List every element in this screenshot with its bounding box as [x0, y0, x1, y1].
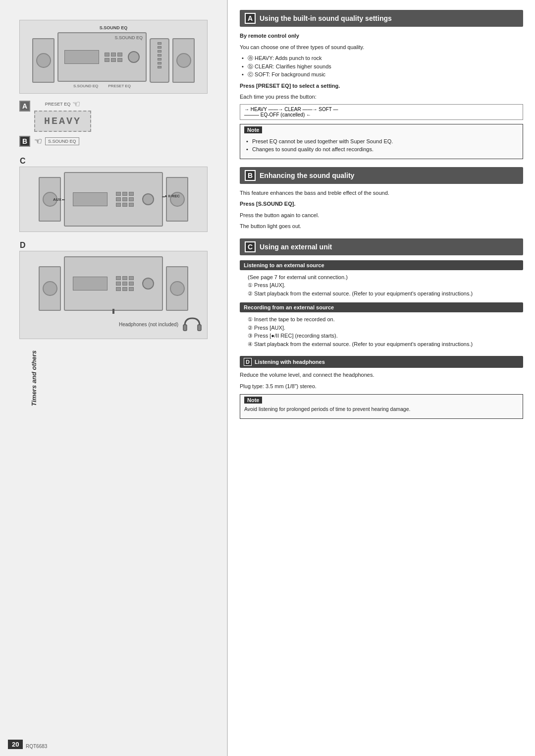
- section-c-diagram: AUX ● II REC: [19, 167, 208, 232]
- unit-screen-d: [73, 277, 107, 291]
- headphones-label: Headphones (not included): [119, 321, 178, 328]
- ssound-eq-label-diagram: S.SOUND EQ: [114, 35, 143, 40]
- section-b-title: Enhancing the sound quality: [260, 172, 354, 179]
- unit-c: AUX ● II REC: [64, 172, 163, 227]
- option-heavy: ⓐ HEAVY: Adds punch to rock: [240, 54, 523, 62]
- section-d-diagram: Headphones (not included): [19, 251, 208, 339]
- unit-btns-c: [116, 192, 134, 207]
- press-each-time: Each time you press the button:: [240, 93, 523, 101]
- listening-external-header: Listening to an external source: [240, 260, 523, 270]
- section-c-title: Using an external unit: [260, 243, 332, 251]
- recording-external-header: Recording from an external source: [240, 302, 523, 312]
- section-d-header: D Listening with headphones: [240, 356, 523, 368]
- speaker-c-right: [166, 177, 188, 222]
- headphones-intro-1: Reduce the volume level, and connect the…: [240, 371, 523, 379]
- ssound-eq-bottom: S.SOUND EQ: [73, 84, 98, 88]
- sound-options-list: ⓐ HEAVY: Adds punch to rock ⓑ CLEAR: Cla…: [240, 54, 523, 79]
- headphones-icon: [182, 316, 202, 334]
- step-start-playback: ② Start playback from the external sourc…: [240, 290, 523, 298]
- section-c-letter: C: [245, 241, 256, 252]
- eq-flow-backward: ——— EQ-OFF (cancelled) ←: [244, 112, 519, 117]
- headphone-area: Headphones (not included): [25, 316, 202, 334]
- side-label: Timers and others: [30, 350, 38, 406]
- section-a-letter: A: [245, 13, 256, 24]
- section-d-note-text: Avoid listening for prolonged periods of…: [244, 406, 519, 413]
- hand-cursor-a: ☜: [72, 99, 80, 110]
- unit-buttons: [105, 53, 122, 62]
- section-a-diagram: A PRESET EQ ☜ HEAVY: [19, 99, 208, 132]
- section-a-note: Note Preset EQ cannot be used together w…: [240, 124, 523, 159]
- unit-screen-c: [73, 192, 107, 206]
- top-stereo-diagram: S.SOUND EQ S.SOUND EQ S.SOUND EQ PRESET …: [19, 20, 208, 94]
- section-c-header: C Using an external unit: [240, 238, 523, 255]
- section-a-header: A Using the built-in sound quality setti…: [240, 10, 523, 27]
- rec-label-c: ● II REC: [164, 194, 180, 198]
- eq-flow-forward: → HEAVY ——→ CLEAR ——→ SOFT —: [244, 107, 519, 112]
- rec-step-2: ② Press [AUX].: [240, 324, 523, 332]
- section-b-right: B Enhancing the sound quality This featu…: [240, 167, 523, 231]
- headphones-intro-2: Plug type: 3.5 mm (1/8") stereo.: [240, 382, 523, 391]
- recording-steps: ① Insert the tape to be recorded on. ② P…: [240, 315, 523, 348]
- eq-flow: → HEAVY ——→ CLEAR ——→ SOFT — ——— EQ-OFF …: [240, 104, 523, 120]
- section-a-note-title: Note: [244, 126, 262, 133]
- hand-cursor-b: ☜: [34, 136, 42, 147]
- section-a-note-list: Preset EQ cannot be used together with S…: [244, 137, 519, 154]
- section-c-label-left: C: [20, 157, 26, 166]
- step-see-page: (See page 7 for external unit connection…: [240, 273, 523, 282]
- listening-steps: (See page 7 for external unit connection…: [240, 273, 523, 298]
- unit-btns-d: [116, 276, 134, 291]
- section-a-badge: A: [19, 101, 30, 112]
- section-a-right: A Using the built-in sound quality setti…: [240, 10, 523, 159]
- section-d-title: Listening with headphones: [255, 359, 325, 365]
- section-d-label-left: D: [20, 241, 26, 250]
- rec-step-4: ④ Start playback from the external sourc…: [240, 340, 523, 349]
- speaker-d-left: [39, 266, 61, 311]
- press-ssound-label: Press [S.SOUND EQ].: [240, 200, 523, 208]
- speaker-right: [172, 38, 195, 83]
- rec-step-1: ① Insert the tape to be recorded on.: [240, 315, 523, 324]
- section-a-title: Using the built-in sound quality setting…: [260, 14, 392, 22]
- unit-d: [64, 256, 163, 311]
- option-soft: ⓒ SOFT: For background music: [240, 70, 523, 79]
- section-d-badge: D: [244, 358, 252, 366]
- step-press-aux: ① Press [AUX].: [240, 281, 523, 290]
- rec-connector: [162, 196, 165, 197]
- unit-screen: [64, 50, 99, 64]
- unit-dial: [128, 51, 140, 63]
- ssound-eq-label-top: S.SOUND EQ: [25, 25, 202, 30]
- note-item-1: Preset EQ cannot be used together with S…: [244, 137, 519, 146]
- button-light: The button light goes out.: [240, 222, 523, 231]
- section-b-intro: This feature enhances the bass and trebl…: [240, 189, 523, 197]
- aux-label-c: AUX: [53, 197, 61, 202]
- rec-step-3: ③ Press [●/II REC] (recording starts).: [240, 332, 523, 340]
- section-c-right: C Using an external unit Listening to an…: [240, 238, 523, 349]
- right-panel: A Using the built-in sound quality setti…: [228, 0, 535, 756]
- section-d-right: D Listening with headphones Reduce the v…: [240, 356, 523, 419]
- section-b-badge: B: [19, 136, 30, 147]
- press-preset-label: Press [PRESET EQ] to select a setting.: [240, 82, 523, 90]
- section-b-letter: B: [245, 170, 256, 181]
- display-text-a: HEAVY: [34, 111, 91, 132]
- unit-dial-c: [142, 193, 154, 205]
- speaker-d-right: [166, 266, 188, 311]
- ssound-eq-tag: S.SOUND EQ: [45, 137, 79, 145]
- page-number: 20: [8, 740, 23, 749]
- remote-control: [150, 38, 169, 83]
- option-clear: ⓑ CLEAR: Clarifies higher sounds: [240, 62, 523, 71]
- speaker-left: [32, 38, 54, 83]
- headphone-jack: [112, 309, 114, 314]
- aux-connector: [62, 199, 65, 200]
- page-code: RQT6683: [26, 744, 47, 749]
- section-b-diagram: B ☜ S.SOUND EQ: [19, 136, 208, 147]
- section-b-header: B Enhancing the sound quality: [240, 167, 523, 184]
- svg-rect-0: [183, 325, 187, 331]
- preset-eq-bottom: PRESET EQ: [108, 84, 131, 88]
- unit-dial-d: [142, 278, 154, 290]
- note-item-2: Changes to sound quality do not affect r…: [244, 145, 519, 154]
- svg-rect-1: [198, 325, 201, 331]
- section-d-note-title: Note: [244, 397, 262, 404]
- section-d-note: Note Avoid listening for prolonged perio…: [240, 394, 523, 419]
- press-again: Press the button again to cancel.: [240, 211, 523, 220]
- by-remote-label: By remote control only: [240, 33, 299, 39]
- section-a-intro: You can choose one of three types of sou…: [240, 43, 523, 52]
